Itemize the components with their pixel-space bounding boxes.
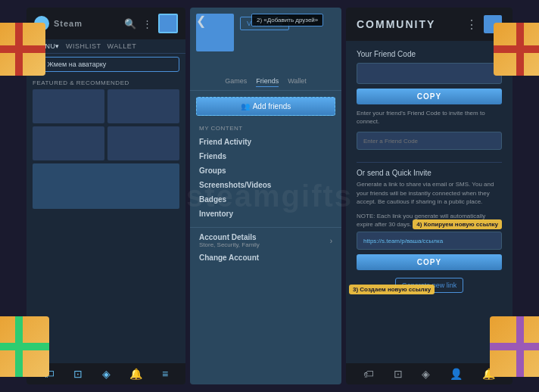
featured-section: FEATURED & RECOMMENDED <box>26 75 185 213</box>
steam-header: Steam 🔍 ⋮ <box>26 8 185 39</box>
menu-item-groups[interactable]: Groups <box>199 163 332 178</box>
featured-image-1 <box>33 89 104 123</box>
bell-icon[interactable]: 🔔 <box>129 368 142 380</box>
shield-icon[interactable]: ◈ <box>102 368 111 380</box>
tab-games[interactable]: Games <box>225 76 247 87</box>
comm-shield-icon[interactable]: ◈ <box>422 368 430 380</box>
account-arrow-icon: › <box>330 237 332 245</box>
quick-invite-desc: Generate a link to share via email or SM… <box>357 180 502 206</box>
step1-tooltip: 1) Жмем на аватарку <box>33 57 179 72</box>
steam-header-icons: 🔍 ⋮ <box>124 14 178 33</box>
link-box: https://s.team/p/ваша/ссылка <box>357 232 502 250</box>
featured-image-4 <box>107 126 179 160</box>
copy-link-button[interactable]: COPY <box>357 254 502 270</box>
menu-item-friend-activity[interactable]: Friend Activity <box>199 135 332 149</box>
gift-decoration-bottom-right <box>490 316 539 377</box>
friend-code-title: Your Friend Code <box>357 50 502 58</box>
featured-image-3 <box>33 126 104 160</box>
step4-tooltip: 4) Копируем новую ссылку <box>413 219 502 229</box>
steam-bottom-nav: 🏷 ⊡ ◈ 🔔 ≡ <box>26 363 185 384</box>
featured-label: FEATURED & RECOMMENDED <box>33 79 179 86</box>
menu-icon[interactable]: ≡ <box>162 368 168 380</box>
menu-item-change-account[interactable]: Change Account <box>199 250 332 265</box>
invite-description: Enter your friend's Friend Code to invit… <box>357 109 502 126</box>
account-details-sub: Store, Security, Family <box>199 241 260 248</box>
avatar[interactable] <box>158 14 178 33</box>
gift-decoration-bottom-left <box>0 316 49 377</box>
nav-item-wallet[interactable]: WALLET <box>107 42 137 50</box>
copy-friend-code-button[interactable]: COPY <box>357 89 502 104</box>
featured-image-2 <box>107 89 179 123</box>
store-icon[interactable]: ⊡ <box>73 368 83 380</box>
featured-images <box>33 89 179 209</box>
profile-tabs: Games Friends Wallet <box>190 73 341 91</box>
tab-friends[interactable]: Friends <box>256 76 279 87</box>
friend-code-display <box>357 63 502 84</box>
tab-wallet[interactable]: Wallet <box>288 76 307 87</box>
nav-item-wishlist[interactable]: WISHLIST <box>66 42 101 50</box>
friend-code-input[interactable] <box>357 132 502 150</box>
search-icon[interactable]: 🔍 <box>124 18 136 30</box>
comm-profile-icon[interactable]: 👤 <box>450 368 463 380</box>
quick-invite-title: Or send a Quick Invite <box>357 169 502 177</box>
steam-nav: MENU▾ WISHLIST WALLET <box>26 39 185 54</box>
profile-panel: ❮ View Profile 2) «Добавить друзей» Game… <box>190 8 341 384</box>
menu-item-badges[interactable]: Badges <box>199 192 332 207</box>
community-more-icon[interactable]: ⋮ <box>466 17 478 32</box>
community-content: Your Friend Code COPY Enter your friend'… <box>346 41 513 357</box>
featured-image-large <box>33 163 179 209</box>
menu-item-screenshots[interactable]: Screenshots/Videos <box>199 178 332 192</box>
step3-tooltip: 3) Создаем новую ссылку <box>349 285 435 294</box>
account-section: Account Details Store, Security, Family … <box>190 227 341 268</box>
account-details-label: Account Details <box>199 233 260 241</box>
my-content-label: MY CONTENT <box>199 125 332 132</box>
comm-tag-icon[interactable]: 🏷 <box>363 368 374 380</box>
add-friends-label: Add friends <box>253 102 291 110</box>
step2-tooltip: 2) «Добавить друзей» <box>251 14 323 26</box>
community-bottom-nav: 🏷 ⊡ ◈ 👤 🔔 <box>346 363 513 384</box>
gift-decoration-right <box>494 23 539 76</box>
menu-item-friends[interactable]: Friends <box>199 149 332 163</box>
gift-decoration-left <box>0 23 45 76</box>
account-details-info: Account Details Store, Security, Family <box>199 233 260 248</box>
divider <box>357 162 502 163</box>
back-button[interactable]: ❮ <box>196 14 206 28</box>
my-content-section: MY CONTENT Friend Activity Friends Group… <box>190 122 341 224</box>
account-details-item[interactable]: Account Details Store, Security, Family … <box>199 231 332 250</box>
comm-store-icon[interactable]: ⊡ <box>394 368 403 380</box>
add-friends-icon: 👥 <box>241 102 250 110</box>
menu-item-inventory[interactable]: Inventory <box>199 207 332 221</box>
community-header: COMMUNITY ⋮ <box>346 8 513 41</box>
community-title: COMMUNITY <box>357 18 435 30</box>
add-friends-button[interactable]: 👥 Add friends <box>196 97 335 116</box>
steam-title: Steam <box>54 19 83 28</box>
main-container: Steam 🔍 ⋮ MENU▾ WISHLIST WALLET 1) Жмем … <box>26 8 513 384</box>
community-panel: COMMUNITY ⋮ Your Friend Code COPY Enter … <box>346 8 513 384</box>
link-text: https://s.team/p/ваша/ссылка <box>363 238 443 244</box>
more-icon[interactable]: ⋮ <box>142 18 152 30</box>
steam-panel: Steam 🔍 ⋮ MENU▾ WISHLIST WALLET 1) Жмем … <box>26 8 185 384</box>
